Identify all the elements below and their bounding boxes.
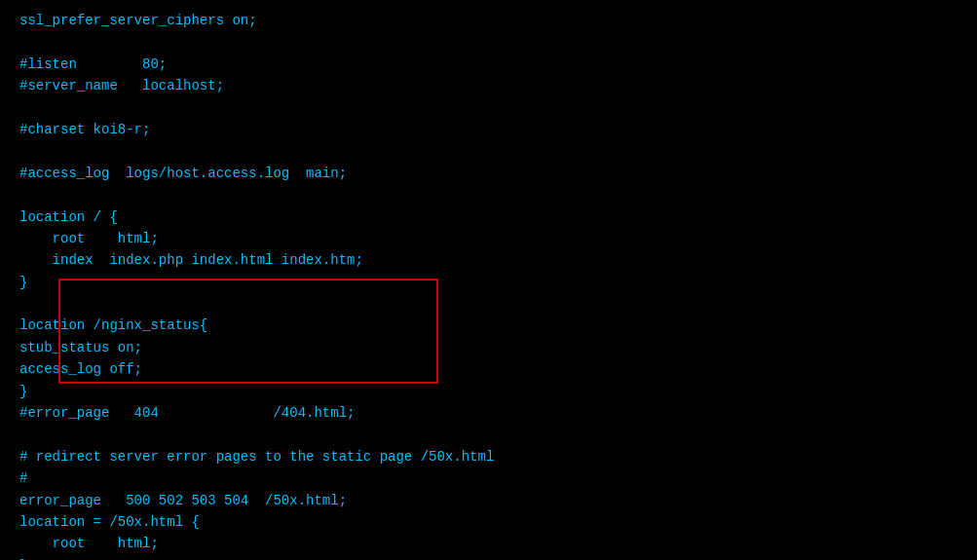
code-line-25: root html; — [19, 533, 958, 554]
code-line-26: } — [19, 555, 958, 560]
code-line-2 — [19, 31, 958, 53]
code-line-22: # — [19, 467, 958, 489]
code-line-3: #listen 80; — [19, 54, 958, 75]
code-line-18: } — [19, 381, 958, 402]
code-line-14 — [19, 293, 958, 315]
code-line-10: location / { — [19, 206, 958, 228]
code-line-7 — [19, 140, 958, 162]
code-line-15: location /nginx_status{ — [19, 315, 958, 336]
code-line-23: error_page 500 502 503 504 /50x.html; — [19, 490, 958, 511]
code-line-12: index index.php index.html index.htm; — [19, 249, 958, 271]
code-line-21: # redirect server error pages to the sta… — [19, 446, 958, 467]
code-line-16: stub_status on; — [19, 337, 958, 358]
code-line-11: root html; — [19, 228, 958, 249]
code-line-8: #access_log logs/host.access.log main; — [19, 163, 958, 184]
code-line-9 — [19, 184, 958, 205]
code-line-1: ssl_prefer_server_ciphers on; — [19, 10, 958, 31]
code-line-13: } — [19, 272, 958, 293]
code-line-19: #error_page 404 /404.html; — [19, 402, 958, 424]
code-line-17: access_log off; — [19, 358, 958, 380]
code-line-5 — [19, 97, 958, 119]
code-line-24: location = /50x.html { — [19, 511, 958, 533]
code-line-6: #charset koi8-r; — [19, 119, 958, 140]
code-line-4: #server_name localhost; — [19, 75, 958, 96]
code-editor: ssl_prefer_server_ciphers on; #listen 80… — [0, 0, 977, 560]
code-line-20 — [19, 424, 958, 445]
